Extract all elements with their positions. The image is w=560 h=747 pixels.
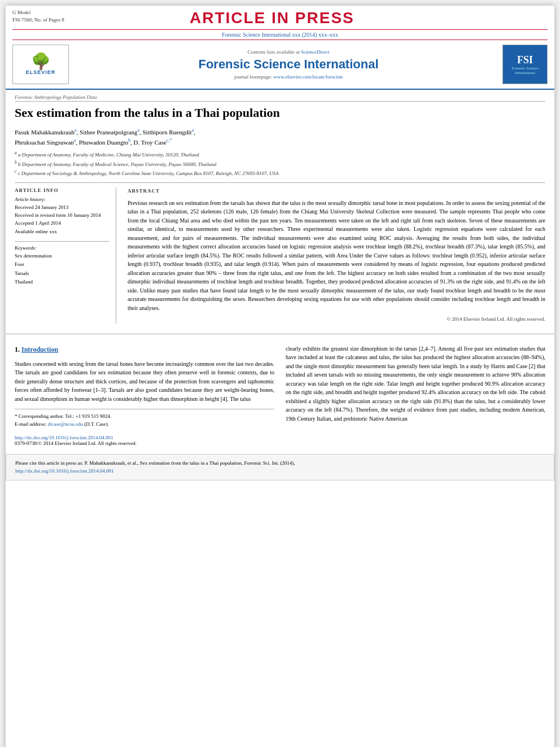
footnote-email-line: E-mail address: dtcase@ncsu.edu (D.T. Ca… <box>15 421 274 429</box>
footnote-area: * Corresponding author. Tel.: +1 919 515… <box>15 409 274 428</box>
article-title: Sex estimation from the talus in a Thai … <box>15 105 545 121</box>
affiliations: a a Department of Anatomy, Faculty of Me… <box>15 150 545 178</box>
intro-left-col: 1. Introduction Studies concerned with s… <box>15 344 274 428</box>
footer-cite: Please cite this article in press as: P.… <box>15 459 545 467</box>
footer-doi-link[interactable]: http://dx.doi.org/10.1016/j.forsciint.20… <box>15 468 114 474</box>
abstract-text: Previous research on sex estimation from… <box>128 199 545 313</box>
keywords-list: Sex determination Foot Tarsals Thailand <box>15 252 109 286</box>
copyright-line: © 2014 Elsevier Ireland Ltd. All rights … <box>128 316 545 324</box>
fsi-logo: FSI Forensic Science International <box>502 45 548 84</box>
journal-header: 🌳 ELSEVIER Contents lists available at S… <box>6 40 554 90</box>
author-sup-a4: a <box>74 138 76 143</box>
journal-main-title: Forensic Science International <box>80 57 497 72</box>
section-divider <box>6 334 554 334</box>
doi-link-line: http://dx.doi.org/10.1016/j.forsciint.20… <box>15 435 545 440</box>
footnote-email-link[interactable]: dtcase@ncsu.edu <box>47 421 83 427</box>
fsi-logo-text: FSI <box>517 54 533 66</box>
keywords-label: Keywords: <box>15 245 109 251</box>
affiliation-a: a a Department of Anatomy, Faculty of Me… <box>15 150 545 159</box>
fsi-logo-subtext: Forensic Science International <box>505 66 545 75</box>
footnote-star: * Corresponding author. Tel.: +1 919 515… <box>15 413 274 421</box>
abstract-heading: ABSTRACT <box>128 187 545 195</box>
journal-ref-line: Forensic Science International xxx (2014… <box>12 29 548 40</box>
g-model-info: G Model FSI-7560; No. of Pages 8 <box>12 9 64 23</box>
intro-right-col: clearly exhibits the greatest size dimor… <box>286 344 545 428</box>
header-top: G Model FSI-7560; No. of Pages 8 ARTICLE… <box>6 6 554 29</box>
footer-cite-url: http://dx.doi.org/10.1016/j.forsciint.20… <box>15 467 545 475</box>
authors-line: Pasuk Mahakkanukrauha, Sithee Praneatpol… <box>15 127 545 148</box>
elsevier-logo-box: 🌳 ELSEVIER <box>12 45 69 84</box>
fsi-logo-box: FSI Forensic Science International <box>502 45 548 84</box>
page: G Model FSI-7560; No. of Pages 8 ARTICLE… <box>6 6 554 747</box>
keywords-section: Keywords: Sex determination Foot Tarsals… <box>15 245 109 286</box>
affiliation-c: c c Department of Sociology & Anthropolo… <box>15 168 545 178</box>
doi-link[interactable]: http://dx.doi.org/10.1016/j.forsciint.20… <box>15 435 113 440</box>
issn-line: 0379-0738/© 2014 Elsevier Ireland Ltd. A… <box>15 440 545 446</box>
elsevier-text: ELSEVIER <box>26 69 56 75</box>
author-sup-a3: a <box>192 128 194 133</box>
article-body: Forensic Anthropology Population Data Se… <box>6 90 554 328</box>
author-sup-b: b <box>128 138 130 143</box>
elsevier-logo: 🌳 ELSEVIER <box>12 45 69 84</box>
article-in-press-banner: ARTICLE IN PRESS <box>64 9 480 27</box>
received-date: Received 24 January 2013 Received in rev… <box>15 203 109 236</box>
article-info-heading: ARTICLE INFO <box>15 187 109 193</box>
history-label: Article history: <box>15 196 109 202</box>
journal-title-center: Contents lists available at ScienceDirec… <box>80 49 497 80</box>
abstract-panel: ABSTRACT Previous research on sex estima… <box>128 187 545 324</box>
intro-heading: 1. Introduction <box>15 344 274 355</box>
article-in-press-title: ARTICLE IN PRESS <box>64 9 480 27</box>
author-sup-a: a <box>75 128 77 133</box>
article-history: Article history: Received 24 January 201… <box>15 196 109 236</box>
introduction-section: 1. Introduction Studies concerned with s… <box>6 340 554 433</box>
section-number: 1. <box>15 346 20 353</box>
article-info-panel: ARTICLE INFO Article history: Received 2… <box>15 187 116 324</box>
elsevier-tree-icon: 🌳 <box>31 54 51 69</box>
contents-line: Contents lists available at ScienceDirec… <box>80 49 497 55</box>
section-label: Forensic Anthropology Population Data <box>15 94 545 102</box>
author-sup-a2: a <box>137 128 139 133</box>
article-info-abstract: ARTICLE INFO Article history: Received 2… <box>15 182 545 324</box>
sciencedirect-link[interactable]: ScienceDirect <box>301 49 329 55</box>
intro-left-text: Studies concerned with sexing from the t… <box>15 360 274 404</box>
section-title: Introduction <box>21 346 58 353</box>
affiliation-b: b b Department of Anatomy, Faculty of Me… <box>15 159 545 169</box>
journal-homepage-link[interactable]: www.elsevier.com/locate/forsciint <box>273 74 343 80</box>
footer-bar: Please cite this article in press as: P.… <box>6 454 554 480</box>
author-sup-c: c,* <box>167 138 172 143</box>
journal-homepage: journal homepage: www.elsevier.com/locat… <box>80 74 497 80</box>
doi-area: http://dx.doi.org/10.1016/j.forsciint.20… <box>6 433 554 448</box>
